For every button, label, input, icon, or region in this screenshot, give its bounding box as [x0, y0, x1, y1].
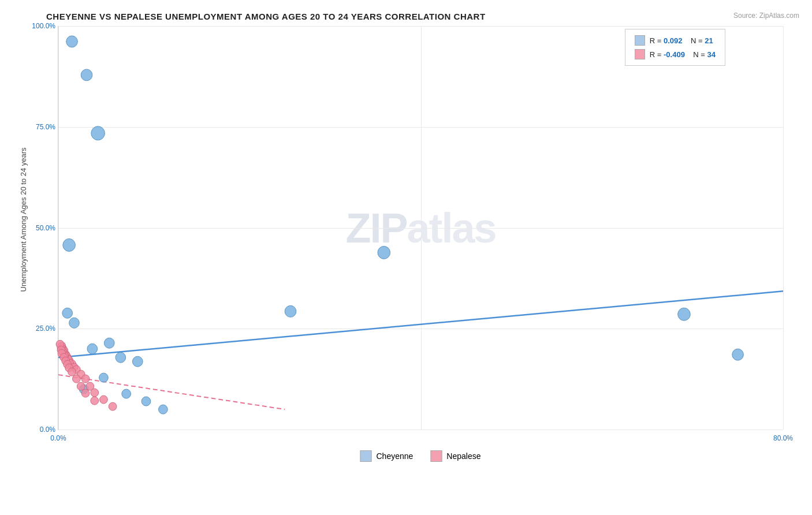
svg-point-9: [285, 305, 296, 317]
plot-area: ZIPatlas 100.0% 75.0% 50.0% 25.0% 0.0% 0…: [58, 26, 783, 430]
svg-point-16: [99, 373, 109, 382]
svg-point-13: [87, 344, 98, 354]
svg-point-41: [100, 395, 108, 404]
svg-point-42: [109, 402, 117, 410]
source-label: Source: ZipAtlas.com: [733, 12, 799, 20]
svg-point-2: [66, 36, 78, 47]
svg-point-3: [81, 69, 92, 81]
svg-point-50: [68, 368, 76, 376]
svg-point-52: [77, 382, 85, 390]
y-axis-label: Unemployment Among Ages 20 to 24 years: [17, 26, 29, 430]
y-tick-100: 100.0%: [32, 22, 55, 30]
y-tick-50: 50.0%: [36, 224, 55, 232]
svg-point-7: [69, 318, 80, 328]
bottom-legend: Cheyenne Nepalese: [360, 450, 481, 462]
svg-point-5: [63, 238, 76, 251]
svg-line-0: [58, 291, 783, 357]
svg-point-15: [132, 356, 143, 367]
y-tick-25: 25.0%: [36, 324, 55, 333]
svg-point-20: [159, 405, 168, 414]
svg-point-51: [73, 375, 81, 383]
nepalese-bottom-swatch: [430, 450, 442, 462]
chart-title: CHEYENNE VS NEPALESE UNEMPLOYMENT AMONG …: [46, 12, 800, 21]
cheyenne-legend-label: Cheyenne: [377, 451, 414, 461]
x-tick-80: 80.0%: [773, 434, 793, 442]
svg-point-4: [91, 126, 105, 140]
grid-h-0: [58, 430, 783, 430]
svg-point-10: [678, 308, 691, 320]
svg-point-40: [91, 389, 99, 397]
svg-point-38: [81, 375, 90, 383]
svg-point-12: [104, 338, 114, 348]
svg-point-19: [141, 397, 151, 406]
chart-area: Unemployment Among Ages 20 to 24 years Z…: [58, 26, 783, 465]
svg-point-14: [116, 352, 126, 363]
y-tick-0: 0.0%: [40, 426, 55, 434]
svg-point-54: [91, 397, 99, 405]
grid-v-100: [783, 26, 784, 430]
legend-nepalese-item: Nepalese: [430, 450, 481, 462]
chart-container: CHEYENNE VS NEPALESE UNEMPLOYMENT AMONG …: [0, 0, 812, 515]
svg-point-18: [122, 389, 131, 398]
legend-cheyenne-item: Cheyenne: [360, 450, 414, 462]
svg-point-11: [732, 349, 744, 360]
svg-point-53: [81, 389, 90, 397]
svg-point-6: [62, 308, 73, 318]
cheyenne-bottom-swatch: [360, 450, 372, 462]
y-tick-75: 75.0%: [36, 123, 55, 131]
nepalese-legend-label: Nepalese: [446, 451, 481, 461]
svg-point-8: [378, 246, 390, 259]
x-tick-0: 0.0%: [50, 434, 66, 442]
scatter-svg: [58, 26, 783, 430]
